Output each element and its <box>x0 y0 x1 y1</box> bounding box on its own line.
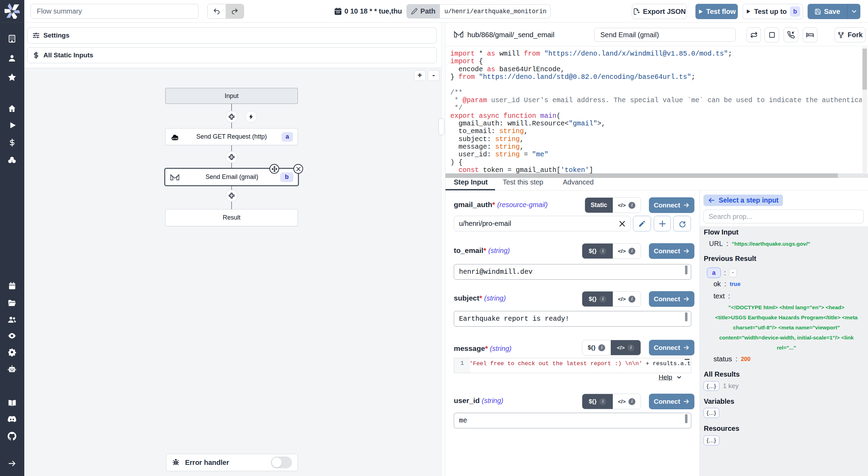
svg-text:HTTP: HTTP <box>172 137 178 140</box>
